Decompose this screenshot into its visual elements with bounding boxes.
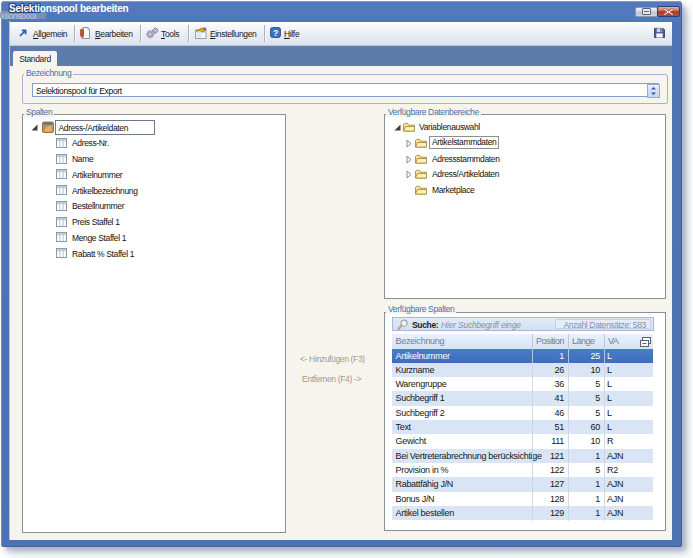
svg-text:?: ? — [273, 28, 278, 38]
